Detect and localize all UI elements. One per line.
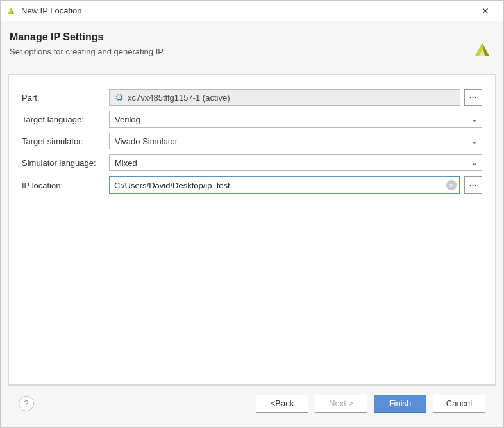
ip-location-input[interactable]	[114, 177, 446, 193]
target-language-value: Verilog	[115, 115, 140, 124]
cancel-button[interactable]: Cancel	[433, 395, 485, 413]
dialog-window: New IP Location ✕ Manage IP Settings Set…	[0, 0, 504, 428]
window-close-button[interactable]: ✕	[473, 2, 498, 20]
label-part: Part:	[22, 93, 105, 103]
help-button[interactable]: ?	[19, 396, 34, 411]
simulator-language-select[interactable]: Mixed ⌄	[109, 154, 482, 171]
clear-input-button[interactable]: ✕	[446, 180, 457, 190]
ip-location-browse-button[interactable]: ···	[464, 176, 482, 194]
row-simulator-language: Simulator language: Mixed ⌄	[22, 154, 482, 171]
part-field: xc7vx485tffg1157-1 (active)	[109, 89, 460, 106]
ellipsis-icon: ···	[469, 94, 477, 101]
target-simulator-value: Vivado Simulator	[115, 136, 178, 146]
svg-rect-5	[117, 95, 122, 100]
next-button: Next >	[315, 395, 367, 413]
content-area: Manage IP Settings Set options for creat…	[1, 21, 503, 427]
finish-button[interactable]: Finish	[374, 395, 426, 413]
label-target-language: Target language:	[22, 115, 105, 124]
label-target-simulator: Target simulator:	[22, 136, 105, 146]
brand-logo-icon	[471, 39, 493, 61]
form-panel: Part:	[8, 74, 496, 385]
chevron-down-icon: ⌄	[471, 158, 478, 167]
ellipsis-icon: ···	[469, 181, 477, 189]
row-target-language: Target language: Verilog ⌄	[22, 111, 482, 128]
ip-location-field-wrap: ✕	[109, 176, 460, 194]
label-simulator-language: Simulator language:	[22, 158, 105, 168]
page-title: Manage IP Settings	[10, 31, 494, 43]
part-browse-button[interactable]: ···	[464, 89, 482, 106]
row-target-simulator: Target simulator: Vivado Simulator ⌄	[22, 133, 482, 149]
label-ip-location: IP location:	[22, 181, 105, 190]
row-ip-location: IP location: ✕ ···	[22, 176, 482, 194]
page-header: Manage IP Settings Set options for creat…	[8, 28, 496, 74]
target-language-select[interactable]: Verilog ⌄	[109, 111, 482, 128]
chip-icon	[115, 93, 124, 102]
window-title: New IP Location	[21, 6, 473, 15]
dialog-footer: ? < Back Next > Finish Cancel	[8, 385, 496, 421]
back-button[interactable]: < Back	[256, 395, 308, 413]
page-subtitle: Set options for creating and generating …	[10, 47, 494, 56]
titlebar: New IP Location ✕	[1, 1, 503, 21]
simulator-language-value: Mixed	[115, 158, 137, 168]
close-icon: ✕	[482, 6, 489, 16]
help-icon: ?	[24, 399, 28, 408]
target-simulator-select[interactable]: Vivado Simulator ⌄	[109, 133, 482, 149]
app-icon	[6, 6, 16, 16]
part-value: xc7vx485tffg1157-1 (active)	[128, 93, 230, 103]
chevron-down-icon: ⌄	[471, 115, 478, 124]
clear-icon: ✕	[449, 182, 454, 189]
chevron-down-icon: ⌄	[471, 136, 478, 145]
row-part: Part:	[22, 89, 482, 106]
